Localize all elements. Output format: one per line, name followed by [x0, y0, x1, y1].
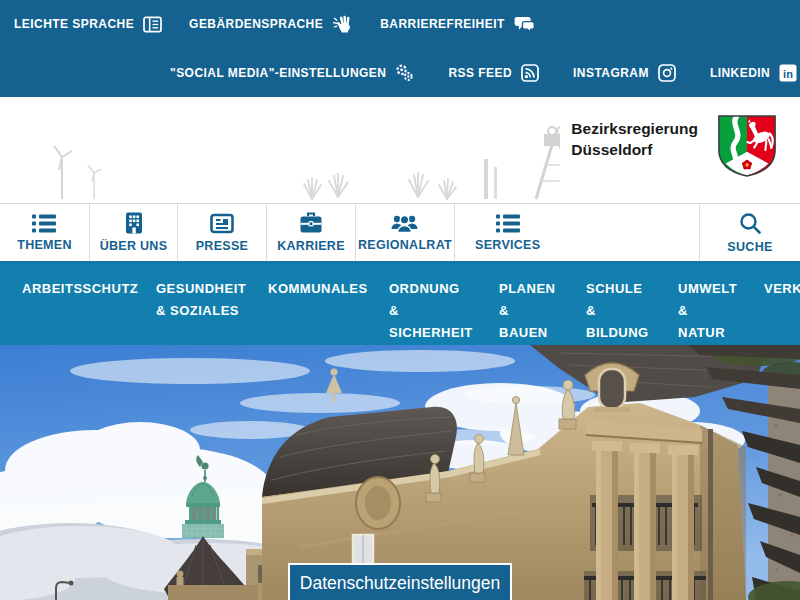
datenschutz-button[interactable]: Datenschutzeinstellungen — [288, 563, 512, 600]
top-utility-bar: LEICHTE SPRACHE GEBÄRDENSPRACHE BARR — [0, 0, 800, 97]
link-barrierefreiheit[interactable]: BARRIEREFREIHEIT — [380, 15, 536, 33]
instagram-icon — [658, 64, 676, 82]
nav-item-regionalrat[interactable]: REGIONALRAT — [356, 204, 455, 261]
nav-item-suche[interactable]: SUCHE — [700, 204, 800, 261]
subnav-item-kommunales[interactable]: KOMMUNALES — [268, 278, 389, 345]
sign-language-icon — [332, 15, 353, 33]
building-icon — [124, 212, 144, 234]
subnav-label-line: ORDNUNG — [389, 278, 499, 300]
link-label: GEBÄRDENSPRACHE — [189, 17, 323, 31]
link-linkedin[interactable]: LINKEDIN in — [710, 64, 797, 82]
link-instagram[interactable]: INSTAGRAM — [573, 64, 676, 82]
main-navigation: THEMEN ÜBER UNS PRESSE KARRIERE — [0, 203, 800, 265]
gears-icon — [395, 64, 414, 82]
nav-item-label: THEMEN — [17, 238, 72, 252]
subnav-item-verkehr[interactable]: VERKEHR — [764, 278, 800, 345]
nav-item-presse[interactable]: PRESSE — [178, 204, 267, 261]
subnav-item-umwelt-natur[interactable]: UMWELT & NATUR — [678, 278, 764, 345]
org-name-line1: Bezirksregierung — [571, 118, 698, 139]
newspaper-icon — [210, 213, 234, 234]
subnav-label-line: VERKEHR — [764, 278, 800, 300]
link-label: BARRIEREFREIHEIT — [380, 17, 505, 31]
nav-item-karriere[interactable]: KARRIERE — [267, 204, 356, 261]
subnav-label-line: ARBEITSSCHUTZ — [22, 278, 156, 300]
subnav-label-line: UMWELT — [678, 278, 764, 300]
link-leichte-sprache[interactable]: LEICHTE SPRACHE — [14, 16, 162, 33]
link-rss-feed[interactable]: RSS FEED — [448, 64, 539, 82]
hero-section: Datenschutzeinstellungen — [0, 345, 800, 600]
linkedin-icon: in — [779, 64, 797, 82]
nav-item-label: SUCHE — [727, 240, 772, 254]
link-gebaerdensprache[interactable]: GEBÄRDENSPRACHE — [189, 15, 353, 33]
link-social-media-einstellungen[interactable]: "SOCIAL MEDIA"-EINSTELLUNGEN — [170, 64, 414, 82]
hero-photo-building — [0, 345, 800, 600]
nav-item-label: REGIONALRAT — [358, 238, 452, 252]
subnav-label-line: SICHERHEIT — [389, 322, 499, 344]
nrw-skyline-silhouette — [0, 101, 560, 201]
subnav-label-line: PLANEN — [499, 278, 586, 300]
easy-language-icon — [143, 16, 162, 33]
topic-navigation: ARBEITSSCHUTZ GESUNDHEIT & SOZIALES KOMM… — [0, 265, 800, 345]
subnav-label-line: GESUNDHEIT — [156, 278, 268, 300]
datenschutz-button-label: Datenschutzeinstellungen — [300, 573, 500, 600]
list-icon — [32, 214, 56, 233]
subnav-item-arbeitsschutz[interactable]: ARBEITSSCHUTZ — [22, 278, 156, 345]
subnav-label-line: & — [586, 300, 678, 322]
link-label: "SOCIAL MEDIA"-EINSTELLUNGEN — [170, 66, 386, 80]
search-icon — [738, 211, 762, 235]
nrw-coat-of-arms — [716, 113, 778, 179]
nav-item-label: SERVICES — [475, 238, 540, 252]
site-header: Bezirksregierung Düsseldorf — [0, 97, 800, 203]
brand-block[interactable]: Bezirksregierung Düsseldorf — [571, 113, 778, 179]
subnav-label-line: BILDUNG — [586, 322, 678, 344]
people-icon — [391, 213, 418, 233]
nav-item-ueber-uns[interactable]: ÜBER UNS — [90, 204, 178, 261]
subnav-label-line: & — [389, 300, 499, 322]
social-links-row: "SOCIAL MEDIA"-EINSTELLUNGEN RSS FEED IN… — [0, 48, 800, 97]
subnav-item-gesundheit-soziales[interactable]: GESUNDHEIT & SOZIALES — [156, 278, 268, 345]
link-label: LINKEDIN — [710, 66, 770, 80]
subnav-label-line: BAUEN — [499, 322, 586, 344]
subnav-label-line: KOMMUNALES — [268, 278, 389, 300]
org-name-line2: Düsseldorf — [571, 139, 698, 160]
nav-item-label: ÜBER UNS — [100, 239, 168, 253]
subnav-label-line: & SOZIALES — [156, 300, 268, 322]
nav-item-services[interactable]: SERVICES — [455, 204, 700, 261]
briefcase-icon — [299, 212, 323, 234]
subnav-item-planen-bauen[interactable]: PLANEN & BAUEN — [499, 278, 586, 345]
link-label: LEICHTE SPRACHE — [14, 17, 134, 31]
subnav-label-line: & — [678, 300, 764, 322]
accessibility-links-row: LEICHTE SPRACHE GEBÄRDENSPRACHE BARR — [0, 0, 800, 48]
org-name: Bezirksregierung Düsseldorf — [571, 113, 698, 160]
rss-icon — [521, 64, 539, 82]
list-icon — [496, 214, 520, 233]
nav-item-label: KARRIERE — [277, 239, 345, 253]
nav-item-themen[interactable]: THEMEN — [0, 204, 90, 261]
subnav-item-ordnung-sicherheit[interactable]: ORDNUNG & SICHERHEIT — [389, 278, 499, 345]
link-label: RSS FEED — [448, 66, 512, 80]
subnav-label-line: NATUR — [678, 322, 764, 344]
nav-item-label: PRESSE — [196, 239, 249, 253]
svg-text:in: in — [783, 67, 793, 79]
subnav-item-schule-bildung[interactable]: SCHULE & BILDUNG — [586, 278, 678, 345]
subnav-label-line: & — [499, 300, 586, 322]
subnav-label-line: SCHULE — [586, 278, 678, 300]
speech-bubbles-icon — [514, 15, 536, 33]
link-label: INSTAGRAM — [573, 66, 649, 80]
